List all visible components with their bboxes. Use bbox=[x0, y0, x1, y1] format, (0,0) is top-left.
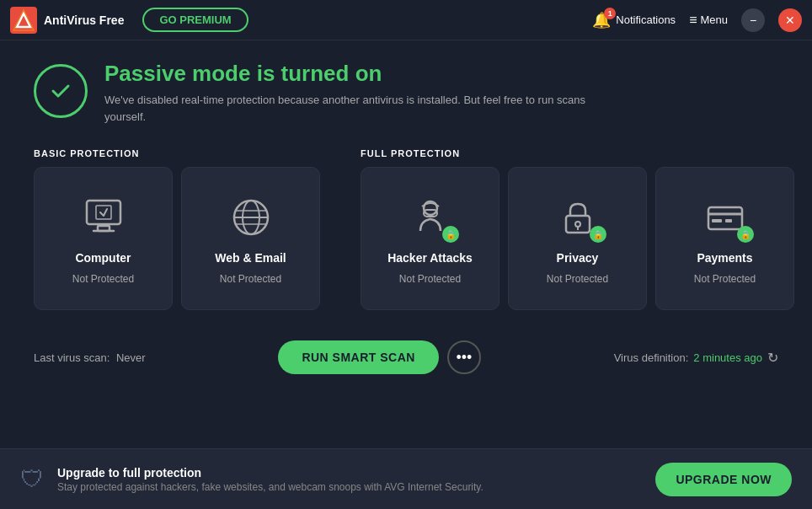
web-email-card-name: Web & Email bbox=[215, 251, 286, 265]
more-options-button[interactable]: ••• bbox=[447, 340, 481, 374]
go-premium-button[interactable]: GO PREMIUM bbox=[142, 8, 248, 32]
status-description: We've disabled real-time protection beca… bbox=[104, 92, 593, 125]
upgrade-now-button[interactable]: UPGRADE NOW bbox=[655, 463, 792, 496]
status-heading: Passive mode is turned on bbox=[104, 61, 593, 87]
upgrade-description: Stay protected against hackers, fake web… bbox=[57, 481, 642, 493]
last-scan-info: Last virus scan: Never bbox=[34, 351, 146, 364]
basic-cards: Computer Not Protected bbox=[34, 167, 320, 310]
hacker-icon: 🔒 bbox=[405, 192, 456, 243]
protection-area: BASIC PROTECTION bbox=[34, 148, 778, 310]
scan-row: Last virus scan: Never RUN SMART SCAN ••… bbox=[34, 327, 778, 379]
hacker-card-name: Hacker Attacks bbox=[387, 251, 473, 265]
run-smart-scan-button[interactable]: RUN SMART SCAN bbox=[278, 340, 439, 374]
menu-label: Menu bbox=[700, 13, 728, 26]
menu-lines-icon: ≡ bbox=[689, 13, 697, 28]
basic-protection-group: BASIC PROTECTION bbox=[34, 148, 320, 310]
privacy-icon: 🔒 bbox=[553, 192, 603, 243]
svg-rect-6 bbox=[96, 206, 111, 219]
notification-badge: 1 bbox=[604, 8, 616, 19]
scan-actions: RUN SMART SCAN ••• bbox=[278, 340, 481, 374]
refresh-icon[interactable]: ↻ bbox=[767, 350, 778, 366]
svg-point-15 bbox=[575, 222, 580, 227]
privacy-card-status: Not Protected bbox=[547, 273, 608, 285]
web-email-card-status: Not Protected bbox=[220, 273, 281, 285]
status-section: Passive mode is turned on We've disabled… bbox=[34, 61, 778, 125]
upgrade-text: Upgrade to full protection Stay protecte… bbox=[57, 466, 642, 493]
status-icon bbox=[34, 64, 88, 118]
computer-icon bbox=[78, 192, 129, 243]
payments-icon: 🔒 bbox=[700, 192, 751, 243]
basic-protection-label: BASIC PROTECTION bbox=[34, 148, 320, 158]
privacy-lock-badge: 🔒 bbox=[590, 226, 606, 243]
upgrade-shield-icon: 🛡 bbox=[20, 465, 44, 493]
notifications-button[interactable]: 🔔 1 Notifications bbox=[592, 11, 676, 29]
virus-def-time: 2 minutes ago bbox=[693, 351, 762, 364]
payments-card-status: Not Protected bbox=[694, 273, 756, 285]
status-heading-colored: is turned on bbox=[257, 61, 382, 86]
full-protection-group: FULL PROTECTION bbox=[361, 148, 794, 310]
payments-lock-badge: 🔒 bbox=[737, 226, 754, 243]
upgrade-title: Upgrade to full protection bbox=[57, 466, 642, 480]
hacker-card-status: Not Protected bbox=[399, 273, 461, 285]
full-protection-label: FULL PROTECTION bbox=[361, 148, 794, 158]
computer-svg bbox=[82, 196, 126, 239]
last-scan-value: Never bbox=[116, 351, 146, 364]
svg-rect-19 bbox=[712, 219, 722, 222]
web-email-icon bbox=[226, 192, 276, 243]
svg-rect-3 bbox=[87, 201, 120, 224]
computer-card-status: Not Protected bbox=[72, 273, 134, 285]
bell-icon: 🔔 1 bbox=[592, 11, 611, 29]
virus-definition-info: Virus definition: 2 minutes ago ↻ bbox=[614, 350, 778, 366]
titlebar-right: 🔔 1 Notifications ≡ Menu − ✕ bbox=[592, 8, 802, 32]
close-button[interactable]: ✕ bbox=[778, 8, 802, 32]
computer-card[interactable]: Computer Not Protected bbox=[34, 167, 173, 310]
minimize-button[interactable]: − bbox=[741, 8, 765, 32]
hacker-lock-badge: 🔒 bbox=[442, 226, 459, 243]
cards-row: BASIC PROTECTION bbox=[34, 148, 778, 310]
virus-def-label: Virus definition: bbox=[614, 351, 689, 364]
avg-logo-icon bbox=[10, 7, 37, 34]
app-name-label: AntiVirus Free bbox=[44, 13, 124, 27]
menu-button[interactable]: ≡ Menu bbox=[689, 13, 728, 28]
payments-card-name: Payments bbox=[697, 251, 752, 265]
status-heading-plain: Passive mode bbox=[104, 61, 257, 86]
web-email-card[interactable]: Web & Email Not Protected bbox=[181, 167, 320, 310]
computer-card-name: Computer bbox=[75, 251, 131, 265]
svg-rect-17 bbox=[708, 207, 742, 229]
svg-rect-20 bbox=[725, 219, 732, 222]
privacy-card-name: Privacy bbox=[557, 251, 599, 265]
globe-svg bbox=[229, 196, 273, 239]
upgrade-bar: 🛡 Upgrade to full protection Stay protec… bbox=[0, 448, 812, 509]
checkmark-icon bbox=[49, 79, 72, 103]
full-cards: 🔒 Hacker Attacks Not Protected bbox=[361, 167, 794, 310]
notifications-label: Notifications bbox=[616, 13, 676, 26]
payments-card[interactable]: 🔒 Payments Not Protected bbox=[655, 167, 794, 310]
last-scan-label: Last virus scan: bbox=[34, 351, 110, 364]
status-text: Passive mode is turned on We've disabled… bbox=[104, 61, 593, 125]
logo-area: AntiVirus Free GO PREMIUM bbox=[10, 7, 592, 34]
hacker-attacks-card[interactable]: 🔒 Hacker Attacks Not Protected bbox=[361, 167, 499, 310]
privacy-card[interactable]: 🔒 Privacy Not Protected bbox=[508, 167, 647, 310]
titlebar: AntiVirus Free GO PREMIUM 🔔 1 Notificati… bbox=[0, 0, 812, 40]
main-content: Passive mode is turned on We've disabled… bbox=[0, 40, 812, 399]
